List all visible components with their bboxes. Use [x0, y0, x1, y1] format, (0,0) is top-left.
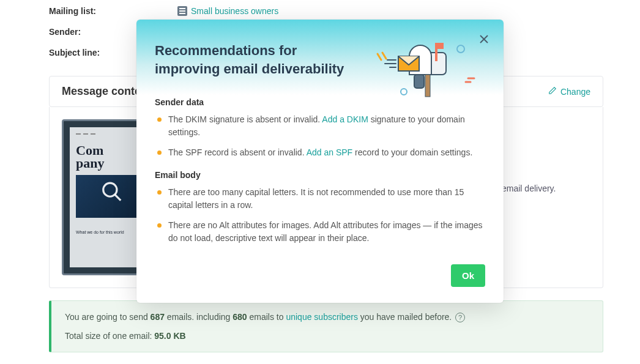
email-body-heading: Email body [155, 170, 485, 180]
summary-box: You are going to send 687 emails. includ… [49, 300, 603, 352]
add-spf-link[interactable]: Add an SPF [307, 147, 353, 157]
close-icon [479, 34, 489, 44]
modal-body: Sender data The DKIM signature is absent… [136, 95, 504, 264]
svg-point-7 [457, 45, 464, 53]
subscribers-count: 680 [233, 312, 247, 322]
field-mailing-list: Mailing list: Small business owners [49, 6, 603, 16]
close-button[interactable] [477, 32, 491, 46]
spf-item: The SPF record is absent or invalid. Add… [155, 146, 485, 159]
dkim-item: The DKIM signature is absent or invalid.… [155, 113, 485, 139]
svg-line-5 [378, 54, 381, 60]
alt-item: There are no Alt attributes for images. … [155, 219, 485, 245]
mailing-list-link[interactable]: Small business owners [177, 6, 278, 16]
change-label: Change [560, 87, 590, 97]
summary-line1: You are going to send 687 emails. includ… [65, 312, 589, 322]
svg-point-3 [103, 183, 117, 196]
unique-subscribers-link[interactable]: unique subscribers [286, 312, 358, 322]
add-dkim-link[interactable]: Add a DKIM [322, 114, 368, 124]
list-icon [177, 6, 187, 16]
ok-button[interactable]: Ok [451, 264, 485, 287]
mailbox-illustration [375, 31, 485, 104]
svg-line-4 [115, 195, 121, 201]
delivery-tip-tail: email delivery. [502, 184, 556, 193]
mailing-list-label: Mailing list: [49, 6, 177, 16]
pencil-icon [548, 86, 557, 97]
svg-rect-16 [435, 43, 444, 49]
emails-count: 687 [151, 312, 165, 322]
summary-line2: Total size of one email: 95.0 KB [65, 331, 589, 341]
svg-rect-0 [179, 8, 185, 9]
sender-data-list: The DKIM signature is absent or invalid.… [155, 113, 485, 159]
svg-rect-19 [414, 75, 424, 88]
change-link[interactable]: Change [548, 86, 590, 97]
help-icon[interactable]: ? [455, 313, 465, 322]
modal-footer: Ok [136, 264, 504, 303]
mailing-list-value: Small business owners [191, 6, 278, 16]
magnify-icon [100, 180, 124, 205]
svg-line-6 [382, 53, 386, 59]
svg-rect-1 [179, 10, 185, 12]
email-size: 95.0 KB [154, 331, 185, 341]
svg-rect-2 [179, 13, 185, 14]
email-body-list: There are too many capital letters. It i… [155, 186, 485, 245]
caps-item: There are too many capital letters. It i… [155, 186, 485, 212]
modal-title: Recommendations for improving email deli… [155, 42, 351, 78]
svg-point-8 [401, 89, 407, 95]
modal-header: Recommendations for improving email deli… [136, 20, 504, 95]
deliverability-modal: Recommendations for improving email deli… [136, 20, 504, 303]
svg-rect-17 [425, 75, 430, 97]
